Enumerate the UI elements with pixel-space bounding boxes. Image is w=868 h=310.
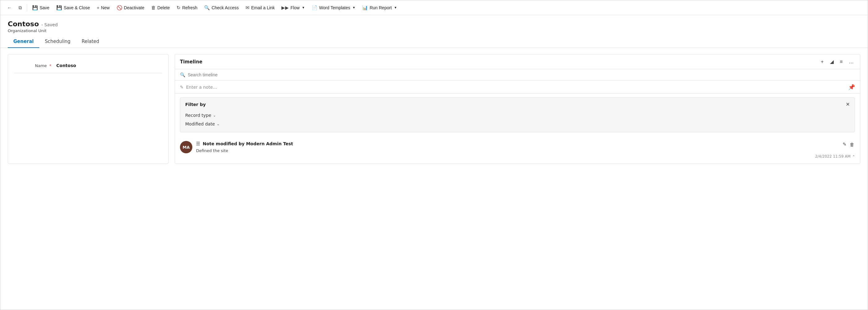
- filter-header: Filter by ✕: [185, 101, 850, 107]
- check-access-icon: 🔍: [204, 5, 210, 10]
- timeline-title: Timeline: [180, 59, 202, 65]
- new-button[interactable]: + New: [94, 4, 113, 11]
- save-close-icon: 💾: [56, 5, 62, 10]
- filter-record-type[interactable]: Record type ⌄: [185, 111, 850, 120]
- run-report-icon: 📊: [362, 5, 368, 10]
- timeline-panel: Timeline + ◢ ≡ … 🔍 ✎ Enter a note... 📌 F: [175, 54, 860, 164]
- pencil-icon: ✎: [180, 85, 184, 90]
- tab-related[interactable]: Related: [76, 35, 105, 48]
- deactivate-label: Deactivate: [124, 5, 145, 10]
- flow-label: Flow: [290, 5, 300, 10]
- back-icon: ←: [7, 5, 12, 10]
- deactivate-icon: 🚫: [117, 5, 122, 10]
- record-type-chevron-icon: ⌄: [213, 114, 216, 118]
- filter-modified-date[interactable]: Modified date ⌄: [185, 120, 850, 128]
- save-close-button[interactable]: 💾 Save & Close: [53, 4, 93, 12]
- entry-content: ☰ Note modified by Modern Admin Test ✎ 🗑…: [196, 141, 855, 159]
- tab-general[interactable]: General: [8, 35, 39, 48]
- entry-edit-button[interactable]: ✎: [842, 141, 847, 148]
- save-button[interactable]: 💾 Save: [29, 4, 53, 12]
- entry-title: Note modified by Modern Admin Test: [203, 141, 293, 146]
- toolbar: ← ⧉ 💾 Save 💾 Save & Close + New 🚫 Deacti…: [0, 0, 868, 15]
- new-label: New: [101, 5, 110, 10]
- delete-icon: 🗑: [151, 5, 156, 10]
- note-placeholder[interactable]: Enter a note...: [186, 85, 217, 90]
- open-in-new-button[interactable]: ⧉: [16, 4, 25, 12]
- modified-date-label: Modified date: [185, 121, 215, 126]
- form-underline: [14, 73, 162, 73]
- run-report-chevron-icon: ▼: [394, 6, 397, 9]
- timeline-header: Timeline + ◢ ≡ …: [175, 54, 860, 69]
- timeline-search: 🔍: [175, 69, 860, 81]
- record-type: Organizational Unit: [8, 28, 860, 33]
- entry-header: ☰ Note modified by Modern Admin Test ✎ 🗑: [196, 141, 855, 148]
- name-label: Name *: [14, 63, 51, 68]
- required-star: *: [50, 63, 52, 68]
- avatar: MA: [180, 141, 192, 153]
- back-button[interactable]: ←: [4, 4, 15, 11]
- entry-actions: ✎ 🗑: [842, 141, 855, 148]
- entry-title-row: ☰ Note modified by Modern Admin Test: [196, 141, 293, 147]
- open-in-new-icon: ⧉: [19, 5, 22, 10]
- refresh-button[interactable]: ↻ Refresh: [174, 4, 200, 12]
- check-access-button[interactable]: 🔍 Check Access: [201, 4, 242, 12]
- main-content: Name * Contoso Timeline + ◢ ≡ … 🔍 ✎: [0, 48, 868, 170]
- timeline-add-button[interactable]: +: [819, 58, 825, 65]
- paperclip-icon[interactable]: 📌: [848, 84, 855, 90]
- record-title-row: Contoso - Saved: [8, 20, 860, 28]
- refresh-label: Refresh: [182, 5, 197, 10]
- word-templates-label: Word Templates: [319, 5, 350, 10]
- flow-chevron-icon: ▼: [302, 6, 305, 9]
- flow-icon: ▶▶: [281, 5, 289, 10]
- timeline-more-button[interactable]: …: [847, 58, 855, 65]
- save-close-label: Save & Close: [64, 5, 90, 10]
- record-type-label: Record type: [185, 113, 211, 118]
- entry-description: Defined the site: [196, 148, 855, 153]
- tab-scheduling[interactable]: Scheduling: [39, 35, 76, 48]
- modified-date-chevron-icon: ⌄: [217, 122, 220, 126]
- filter-title: Filter by: [185, 102, 206, 107]
- deactivate-button[interactable]: 🚫 Deactivate: [114, 4, 148, 12]
- save-label: Save: [39, 5, 50, 10]
- save-icon: 💾: [32, 5, 38, 10]
- word-templates-button[interactable]: 📄 Word Templates ▼: [309, 4, 359, 12]
- tab-general-label: General: [13, 39, 34, 44]
- refresh-icon: ↻: [177, 5, 181, 10]
- tab-related-label: Related: [82, 39, 99, 44]
- email-link-label: Email a Link: [251, 5, 275, 10]
- flow-button[interactable]: ▶▶ Flow ▼: [278, 4, 308, 12]
- delete-label: Delete: [157, 5, 170, 10]
- word-templates-chevron-icon: ▼: [352, 6, 355, 9]
- filter-panel: Filter by ✕ Record type ⌄ Modified date …: [180, 97, 855, 132]
- filter-close-button[interactable]: ✕: [846, 101, 850, 107]
- tabs-container: General Scheduling Related: [0, 35, 868, 48]
- timeline-entries: MA ☰ Note modified by Modern Admin Test …: [175, 136, 860, 163]
- record-saved-status: - Saved: [41, 22, 58, 27]
- name-value: Contoso: [56, 63, 162, 68]
- name-field: Name * Contoso: [14, 61, 162, 70]
- timeline-filter-button[interactable]: ◢: [829, 58, 835, 65]
- form-panel: Name * Contoso: [8, 54, 168, 164]
- word-templates-icon: 📄: [312, 5, 317, 10]
- divider-1: [27, 4, 27, 11]
- run-report-button[interactable]: 📊 Run Report ▼: [359, 4, 400, 12]
- email-link-icon: ✉: [246, 5, 250, 10]
- delete-button[interactable]: 🗑 Delete: [148, 4, 173, 11]
- entry-note-icon: ☰: [196, 141, 200, 147]
- entry-timestamp: 2/4/2022 11:59 AM ⌃: [196, 154, 855, 159]
- timeline-sort-button[interactable]: ≡: [839, 58, 844, 65]
- table-row: MA ☰ Note modified by Modern Admin Test …: [180, 141, 855, 159]
- timeline-search-input[interactable]: [188, 72, 855, 77]
- note-input-left: ✎ Enter a note...: [180, 85, 217, 90]
- note-input-row: ✎ Enter a note... 📌: [175, 81, 860, 94]
- record-name: Contoso: [8, 20, 39, 28]
- timestamp-value: 2/4/2022 11:59 AM: [815, 154, 851, 159]
- run-report-label: Run Report: [370, 5, 392, 10]
- timeline-actions: + ◢ ≡ …: [819, 58, 855, 65]
- entry-delete-button[interactable]: 🗑: [849, 141, 855, 148]
- search-icon: 🔍: [180, 72, 185, 77]
- expand-icon[interactable]: ⌃: [852, 155, 855, 158]
- tab-scheduling-label: Scheduling: [45, 39, 70, 44]
- email-link-button[interactable]: ✉ Email a Link: [242, 4, 278, 12]
- check-access-label: Check Access: [212, 5, 239, 10]
